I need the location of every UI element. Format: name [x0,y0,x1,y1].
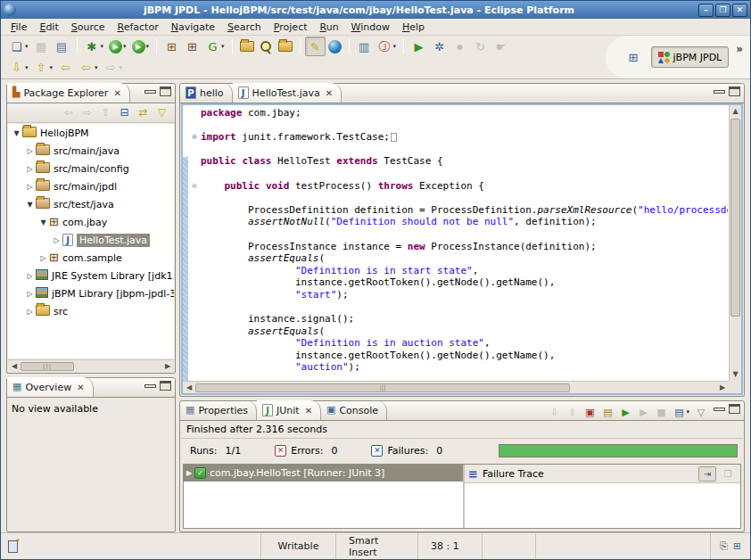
show-trace-in-console-button[interactable]: ⇥ [698,466,716,482]
scrollbar-thumb[interactable]: ||| [21,362,74,371]
editor-vscrollbar[interactable]: ▲ ▼ [729,105,741,381]
menu-file[interactable]: File [4,20,33,35]
tab-package-explorer[interactable]: ▙ Package Explorer ✕ [7,83,130,103]
dropdown-arrow-icon[interactable]: ▾ [25,43,29,50]
run-button[interactable]: ▶▾ [106,37,129,56]
code-line[interactable]: ProcessDefinition definition = ProcessDe… [188,204,728,217]
dropdown-arrow-icon[interactable]: ▾ [95,64,98,71]
menu-navigate[interactable]: Navigate [165,20,221,35]
maximize-view-button[interactable] [160,381,171,391]
show-failures-only-button[interactable]: ▣ [581,404,598,420]
dropdown-arrow-icon[interactable]: ▾ [221,43,225,50]
test-history-button[interactable]: ▤▾ [670,404,692,420]
new-interface-button[interactable]: G▾ [202,37,227,56]
close-icon[interactable]: ✕ [326,88,333,98]
dropdown-arrow-icon[interactable]: ▾ [123,43,127,50]
maximize-button[interactable]: ❐ [715,4,730,17]
code-line[interactable] [188,192,728,204]
maximize-view-button[interactable] [729,404,740,414]
code-line[interactable] [188,301,728,314]
expand-arrow-icon[interactable]: ▷ [25,165,35,173]
menu-help[interactable]: Help [396,20,431,35]
scroll-down-icon[interactable]: ▼ [730,368,741,381]
junit-run-button[interactable]: Ⓙ▾ [375,37,400,56]
dropdown-arrow-icon[interactable]: ▾ [393,43,397,50]
dropdown-arrow-icon[interactable]: ▾ [120,64,123,71]
tree-item-src-main-java[interactable]: ▷src/main/java [8,142,174,160]
dropdown-arrow-icon[interactable]: ▾ [686,408,689,416]
close-icon[interactable]: ✕ [77,383,84,392]
menu-search[interactable]: Search [221,20,268,35]
fast-view-icon[interactable] [8,540,18,553]
expand-arrow-icon[interactable]: ▷ [52,236,62,244]
dropdown-arrow-icon[interactable]: ▾ [50,64,54,71]
expand-arrow-icon[interactable]: ▷ [25,147,35,155]
minimize-editor-button[interactable] [714,86,725,96]
external-tools-button[interactable]: ▶▾ [129,37,153,56]
code-line[interactable]: assertEquals( [188,325,728,338]
expand-arrow-icon[interactable]: ▷ [25,308,35,316]
dropdown-arrow-icon[interactable]: ▾ [101,43,104,50]
code-line[interactable] [188,168,728,180]
close-icon[interactable]: ✕ [305,406,312,416]
code-editor[interactable]: package com.jbay;⊕import junit.framework… [181,103,743,395]
scrollbar-thumb[interactable] [730,119,740,317]
minimize-view-button[interactable] [144,86,156,96]
code-line[interactable]: instance.getRootToken().getNode().getNam… [188,350,728,362]
open-type-button[interactable] [237,37,257,56]
debug-button[interactable]: ✱▾ [82,37,107,56]
package-explorer-hscrollbar[interactable]: ◀ ||| ▶ [8,359,174,372]
dropdown-arrow-icon[interactable]: ▾ [146,43,150,50]
next-annotation-button[interactable]: ⇩▾ [6,58,31,78]
scroll-right-icon[interactable]: ▶ [716,383,729,391]
scrollbar-thumb[interactable]: ||| [195,383,570,392]
print-button[interactable]: ▤ [52,37,72,56]
view-menu-button[interactable]: ▽ [692,404,710,420]
menu-run[interactable]: Run [314,20,345,35]
tab-properties[interactable]: ▦Properties [180,400,257,420]
new-wizard-button[interactable]: ❏▾ [6,37,31,56]
close-icon[interactable]: ✕ [113,88,120,98]
open-resource-button[interactable] [276,37,295,56]
view-menu-button[interactable]: ▽ [153,103,171,123]
code-line[interactable]: "Definition is in auction state", [188,337,728,350]
open-perspective-button[interactable]: ⊞ [623,47,644,67]
last-edit-location-button[interactable]: ⇦ [55,58,76,78]
maximize-editor-button[interactable] [729,86,740,96]
fold-collapse-icon[interactable]: ⊖ [188,180,201,193]
tree-item-com-sample[interactable]: ▷⊞com.sample [8,249,174,267]
scroll-right-icon[interactable]: ▶ [161,362,174,370]
tree-item-hellojbpm[interactable]: ▼HellojBPM [8,124,174,142]
tree-item-hellotest-java[interactable]: ▷JHelloTest.java [8,231,174,249]
code-line[interactable]: "Definition is in start state", [188,265,728,277]
tree-item-jbpm-library-jbpm-jpdl-3-2-[interactable]: ▷jBPM Library [jbpm-jpdl-3.2. [8,284,174,302]
tree-item-src[interactable]: ▷src [8,302,174,320]
tree-item-src-test-java[interactable]: ▼src/test/java [8,195,174,213]
collapse-all-button[interactable]: ⊟ [115,103,134,123]
search-button[interactable] [257,37,276,56]
link-editor-button[interactable]: ⇄ [134,103,153,123]
code-line[interactable] [188,119,728,132]
back-button[interactable]: ⇦▾ [76,58,101,78]
previous-annotation-button[interactable]: ⇧▾ [31,58,56,78]
tab-console[interactable]: ▣Console [321,400,387,420]
fold-expand-icon[interactable]: ⊕ [188,131,201,144]
resume-button[interactable]: ▶ [409,37,429,56]
tree-layout-icon[interactable]: ⊞ [733,540,741,552]
rerun-test-button[interactable]: ▶ [616,404,634,420]
code-line[interactable]: "start"); [188,289,728,301]
tab-junit[interactable]: JJUnit✕ [257,400,321,420]
close-button[interactable]: ✕ [732,4,747,17]
pages-icon[interactable]: ⎘ [720,540,728,552]
dropdown-arrow-icon[interactable]: ▾ [25,64,29,71]
collapse-arrow-icon[interactable]: ▼ [38,218,48,226]
menu-refactor[interactable]: Refactor [111,20,165,35]
code-line[interactable]: instance.getRootToken().getNode().getNam… [188,276,728,289]
scroll-left-icon[interactable]: ◀ [183,383,195,391]
minimize-view-button[interactable] [144,381,156,391]
editor-tab-hello[interactable]: Phello [180,83,233,103]
folded-region-box[interactable] [391,133,397,142]
scroll-left-icon[interactable]: ◀ [8,362,21,370]
code-line[interactable]: assertNotNull("Definition should not be … [188,216,728,228]
new-class-button[interactable]: ⊞ [182,37,202,56]
